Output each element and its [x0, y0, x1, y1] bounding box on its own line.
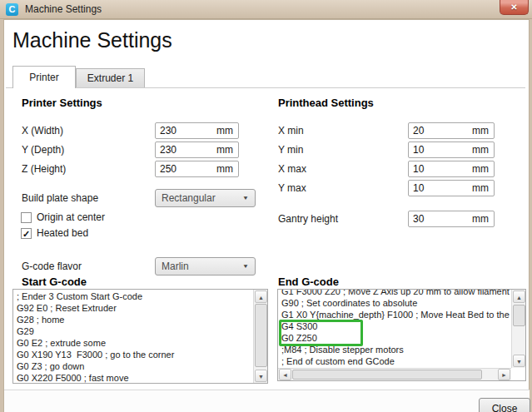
y-depth-unit: mm [216, 144, 233, 156]
start-gcode-text: ; Ender 3 Custom Start G-code G92 E0 ; R… [13, 290, 253, 383]
gcode-flavor-value: Marlin [162, 261, 189, 272]
build-plate-shape-value: Rectangular [162, 192, 216, 204]
x-max-value: 10 [413, 163, 424, 175]
x-width-input[interactable]: 230 mm [155, 122, 239, 139]
x-width-value: 230 [160, 125, 177, 137]
scroll-down-icon[interactable]: ▼ [513, 355, 525, 367]
start-gcode-textarea[interactable]: ; Ender 3 Custom Start G-code G92 E0 ; R… [12, 289, 268, 384]
x-min-unit: mm [472, 125, 489, 137]
gcode-line: G4 S300 [281, 320, 511, 332]
gcode-line: G90 ; Set coordinates to absolute [281, 297, 511, 309]
start-gcode-vscrollbar[interactable]: ▲ ▼ [253, 290, 267, 383]
gcode-flavor-label: G-code flavor [22, 261, 82, 272]
gantry-height-input[interactable]: 30 mm [408, 211, 495, 227]
footer [4, 390, 530, 412]
end-gcode-vscrollbar[interactable]: ▲ ▼ [511, 290, 525, 368]
heated-bed-checkbox[interactable]: ✓ Heated bed [21, 227, 88, 239]
z-height-unit: mm [216, 163, 233, 175]
close-icon: ✕ [510, 2, 517, 12]
end-gcode-hscrollbar[interactable]: ◄ ► [278, 368, 511, 380]
gcode-line: G29 [17, 325, 253, 337]
gcode-line: G1 F3000 Z20 ; Move Z Axis up 20 mm to a… [281, 290, 511, 297]
gcode-line: G0 X190 Y13 F3000 ; go to the corner [17, 349, 253, 360]
y-max-input[interactable]: 10 mm [408, 180, 495, 196]
x-max-label: X max [278, 163, 306, 175]
y-max-unit: mm [472, 182, 489, 194]
gantry-height-unit: mm [472, 213, 489, 225]
scroll-down-icon[interactable]: ▼ [255, 370, 267, 382]
gantry-height-value: 30 [413, 213, 424, 225]
x-max-unit: mm [472, 163, 489, 175]
gcode-flavor-dropdown[interactable]: Marlin ▼ [155, 257, 256, 275]
gcode-line: ; Ender 3 Custom Start G-code [17, 290, 253, 302]
origin-at-center-checkbox[interactable]: Origin at center [21, 211, 105, 223]
heated-bed-checkmark: ✓ [21, 228, 32, 239]
scroll-thumb[interactable] [292, 370, 482, 380]
z-height-label: Z (Height) [22, 163, 66, 175]
y-max-value: 10 [413, 182, 424, 194]
heated-bed-label: Heated bed [37, 227, 88, 239]
z-height-input[interactable]: 250 mm [155, 161, 239, 177]
x-min-label: X min [278, 125, 304, 137]
y-depth-value: 230 [160, 144, 177, 156]
chevron-down-icon: ▼ [242, 195, 249, 201]
build-plate-shape-label: Build plate shape [22, 192, 98, 204]
scroll-right-icon[interactable]: ► [498, 369, 510, 380]
gcode-line: ;M84 ; Disable stepper motors [281, 344, 511, 355]
gcode-line: G0 Z3 ; go down [17, 360, 253, 372]
end-gcode-heading: End G-code [278, 275, 339, 288]
z-height-value: 250 [160, 163, 177, 175]
tab-extruder-1[interactable]: Extruder 1 [76, 68, 145, 88]
end-gcode-text: G1 F3000 Z20 ; Move Z Axis up 20 mm to a… [278, 290, 511, 368]
y-min-label: Y min [278, 144, 303, 156]
chevron-down-icon: ▼ [242, 263, 249, 269]
gcode-line: G92 E0 ; Reset Extruder [17, 302, 253, 314]
scroll-left-icon[interactable]: ◄ [279, 369, 291, 380]
page-title: Machine Settings [12, 28, 172, 52]
machine-settings-window: C Machine Settings ✕ Machine Settings Pr… [0, 0, 532, 412]
close-button[interactable]: Close [479, 398, 530, 412]
scroll-thumb[interactable] [513, 305, 525, 326]
y-depth-input[interactable]: 230 mm [155, 141, 239, 158]
dialog-body: Machine Settings Printer Extruder 1 Prin… [3, 19, 530, 412]
printer-settings-heading: Printer Settings [22, 97, 102, 109]
origin-at-center-label: Origin at center [37, 211, 105, 223]
x-min-input[interactable]: 20 mm [408, 122, 495, 139]
cura-app-icon: C [6, 3, 18, 16]
build-plate-shape-dropdown[interactable]: Rectangular ▼ [155, 189, 256, 207]
y-depth-label: Y (Depth) [22, 144, 64, 156]
y-min-value: 10 [413, 144, 424, 156]
gcode-line: G0 X220 F5000 ; fast move [17, 372, 253, 383]
scroll-up-icon[interactable]: ▲ [513, 290, 525, 303]
origin-at-center-checkmark [21, 212, 32, 223]
x-min-value: 20 [413, 125, 424, 137]
gcode-line: G28 ; home [17, 314, 253, 325]
window-title: Machine Settings [25, 3, 102, 15]
x-width-unit: mm [216, 125, 233, 137]
tab-printer[interactable]: Printer [12, 66, 76, 88]
scroll-up-icon[interactable]: ▲ [255, 290, 267, 303]
gcode-line: G0 E2 ; extrude some [17, 337, 253, 349]
gantry-height-label: Gantry height [278, 213, 338, 225]
gcode-line: G0 Z250 [281, 332, 511, 344]
x-width-label: X (Width) [22, 125, 63, 137]
gcode-line: G1 X0 Y{machine_depth} F1000 ; Move Heat… [281, 309, 511, 320]
window-close-button[interactable]: ✕ [500, 0, 529, 15]
printhead-settings-heading: Printhead Settings [278, 97, 374, 109]
end-gcode-textarea[interactable]: G1 F3000 Z20 ; Move Z Axis up 20 mm to a… [277, 289, 526, 381]
y-min-input[interactable]: 10 mm [408, 141, 495, 158]
y-min-unit: mm [472, 144, 489, 156]
x-max-input[interactable]: 10 mm [408, 161, 495, 177]
start-gcode-heading: Start G-code [22, 275, 87, 288]
y-max-label: Y max [278, 182, 306, 194]
tab-divider [6, 87, 525, 88]
scroll-thumb[interactable] [255, 304, 267, 367]
title-bar[interactable]: C Machine Settings ✕ [0, 0, 532, 19]
gcode-line: ; End of custom end GCode [281, 355, 511, 367]
